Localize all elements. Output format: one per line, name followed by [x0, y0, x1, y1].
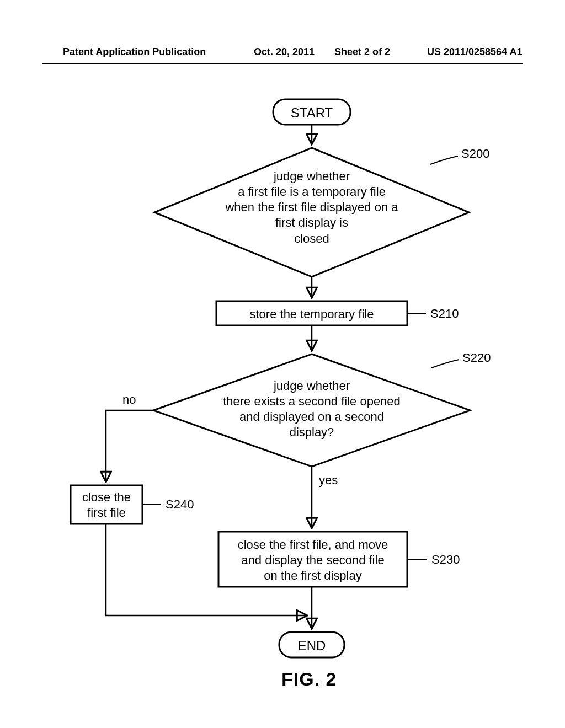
- label-s220: S220: [462, 351, 491, 365]
- process-s230: close the first file, and move and displ…: [218, 537, 407, 584]
- process-s240: close the first file: [71, 490, 142, 521]
- page: Patent Application Publication Oct. 20, …: [0, 0, 565, 728]
- start-node: START: [273, 105, 350, 122]
- decision-s200: judge whether a first file is a temporar…: [188, 169, 436, 247]
- decision-s220: judge whether there exists a second file…: [186, 378, 437, 441]
- branch-no: no: [122, 393, 136, 407]
- label-s240: S240: [166, 497, 194, 512]
- end-node: END: [279, 638, 344, 655]
- branch-yes: yes: [319, 473, 338, 488]
- figure-caption: FIG. 2: [281, 668, 337, 690]
- label-s230: S230: [431, 553, 460, 567]
- label-s200: S200: [461, 147, 489, 161]
- process-s210: store the temporary file: [216, 307, 407, 322]
- label-s210: S210: [430, 307, 459, 321]
